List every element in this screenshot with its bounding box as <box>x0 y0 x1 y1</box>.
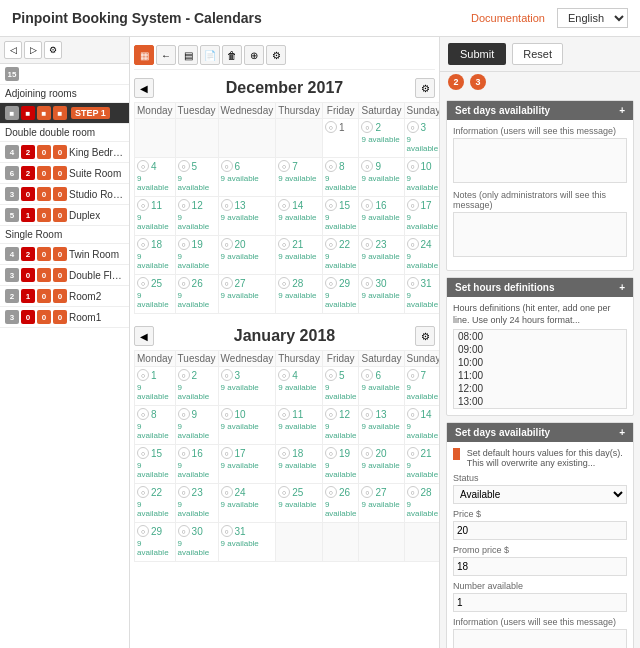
day-icon[interactable]: ○ <box>407 277 419 289</box>
table-row[interactable]: ○139 available <box>359 406 404 445</box>
table-row[interactable]: ○309 available <box>359 275 404 314</box>
day-icon[interactable]: ○ <box>221 408 233 420</box>
table-row[interactable]: ○49 available <box>135 158 176 197</box>
table-row[interactable]: ○129 available <box>322 406 359 445</box>
table-row[interactable]: ○179 available <box>218 445 276 484</box>
doc-link[interactable]: Documentation <box>471 12 545 24</box>
day-icon[interactable]: ○ <box>178 199 190 211</box>
day-icon[interactable]: ○ <box>178 447 190 459</box>
table-row[interactable]: ○49 available <box>276 367 323 406</box>
table-row[interactable]: ○299 available <box>322 275 359 314</box>
day-icon[interactable]: ○ <box>137 408 149 420</box>
day-icon[interactable]: ○ <box>278 408 290 420</box>
section-toggle-2[interactable]: + <box>619 282 625 293</box>
day-icon[interactable]: ○ <box>278 277 290 289</box>
day-icon[interactable]: ○ <box>325 277 337 289</box>
price-input[interactable] <box>453 521 627 540</box>
day-icon[interactable]: ○ <box>278 486 290 498</box>
table-row[interactable] <box>175 119 218 158</box>
table-row[interactable]: ○239 available <box>359 236 404 275</box>
number-input[interactable] <box>453 593 627 612</box>
day-icon[interactable]: ○ <box>221 525 233 537</box>
day-icon[interactable]: ○ <box>137 277 149 289</box>
day-icon[interactable]: ○ <box>325 408 337 420</box>
table-row[interactable]: ○209 available <box>218 236 276 275</box>
day-icon[interactable]: ○ <box>325 199 337 211</box>
day-icon[interactable]: ○ <box>178 408 190 420</box>
table-row[interactable]: ○319 available <box>218 523 276 562</box>
table-row[interactable]: ○109 available <box>218 406 276 445</box>
notes-textarea-1[interactable] <box>453 212 627 257</box>
room-group-header[interactable]: 15 <box>0 64 129 85</box>
day-icon[interactable]: ○ <box>278 447 290 459</box>
table-row[interactable]: ○179 available <box>404 197 440 236</box>
day-icon[interactable]: ○ <box>407 447 419 459</box>
day-icon[interactable]: ○ <box>221 369 233 381</box>
table-row[interactable]: ○39 available <box>218 367 276 406</box>
next-month-btn[interactable]: ⚙ <box>415 78 435 98</box>
table-row[interactable]: ○219 available <box>404 445 440 484</box>
table-row[interactable] <box>218 119 276 158</box>
sidebar-btn-1[interactable]: ◁ <box>4 41 22 59</box>
day-icon[interactable]: ○ <box>137 238 149 250</box>
day-icon[interactable]: ○ <box>361 238 373 250</box>
list-item-double-double[interactable]: ■ ■ ■ ■ STEP 1 <box>0 103 129 124</box>
day-icon[interactable]: ○ <box>137 160 149 172</box>
table-row[interactable]: ○289 available <box>404 484 440 523</box>
table-row[interactable]: ○1 <box>322 119 359 158</box>
table-row[interactable] <box>135 119 176 158</box>
language-select[interactable]: English <box>557 8 628 28</box>
day-icon[interactable]: ○ <box>325 238 337 250</box>
day-icon[interactable]: ○ <box>407 238 419 250</box>
list-item-room2[interactable]: 2 1 0 0 Room2 <box>0 286 129 307</box>
table-row[interactable]: ○119 available <box>276 406 323 445</box>
day-icon[interactable]: ○ <box>137 447 149 459</box>
day-icon[interactable]: ○ <box>361 447 373 459</box>
table-row[interactable]: ○249 available <box>218 484 276 523</box>
info-textarea-1[interactable] <box>453 138 627 183</box>
table-row[interactable]: ○89 available <box>135 406 176 445</box>
table-row[interactable]: ○89 available <box>322 158 359 197</box>
day-icon[interactable]: ○ <box>221 447 233 459</box>
table-row[interactable]: ○59 available <box>175 158 218 197</box>
table-row[interactable]: ○319 available <box>404 275 440 314</box>
day-icon[interactable]: ○ <box>137 525 149 537</box>
table-row[interactable]: ○19 available <box>135 367 176 406</box>
table-row[interactable]: ○79 available <box>276 158 323 197</box>
day-icon[interactable]: ○ <box>178 238 190 250</box>
list-item-twin[interactable]: 4 2 0 0 Twin Room <box>0 244 129 265</box>
day-icon[interactable]: ○ <box>361 277 373 289</box>
day-icon[interactable]: ○ <box>137 199 149 211</box>
table-row[interactable] <box>404 523 440 562</box>
table-row[interactable]: ○79 available <box>404 367 440 406</box>
table-row[interactable]: ○199 available <box>322 445 359 484</box>
status-select[interactable]: Available Unavailable <box>453 485 627 504</box>
day-icon[interactable]: ○ <box>221 238 233 250</box>
day-icon[interactable]: ○ <box>361 369 373 381</box>
day-icon[interactable]: ○ <box>325 369 337 381</box>
day-icon[interactable]: ○ <box>325 160 337 172</box>
day-icon[interactable]: ○ <box>178 369 190 381</box>
day-icon[interactable]: ○ <box>325 121 337 133</box>
table-row[interactable]: ○209 available <box>359 445 404 484</box>
cal-btn-4[interactable]: 📄 <box>200 45 220 65</box>
day-icon[interactable]: ○ <box>137 486 149 498</box>
day-icon[interactable]: ○ <box>407 369 419 381</box>
day-icon[interactable]: ○ <box>278 369 290 381</box>
section-toggle-3[interactable]: + <box>619 427 625 438</box>
day-icon[interactable]: ○ <box>221 277 233 289</box>
day-icon[interactable]: ○ <box>407 121 419 133</box>
table-row[interactable] <box>322 523 359 562</box>
table-row[interactable]: ○259 available <box>276 484 323 523</box>
list-item-double-double-name[interactable]: Double double room <box>0 124 129 142</box>
table-row[interactable]: ○279 available <box>218 275 276 314</box>
day-icon[interactable]: ○ <box>178 160 190 172</box>
day-icon[interactable]: ○ <box>407 199 419 211</box>
list-item-suite[interactable]: 6 2 0 0 Suite Room <box>0 163 129 184</box>
prev-month-btn[interactable]: ◀ <box>134 78 154 98</box>
table-row[interactable]: ○289 available <box>276 275 323 314</box>
day-icon[interactable]: ○ <box>407 486 419 498</box>
table-row[interactable]: ○299 available <box>135 523 176 562</box>
day-icon[interactable]: ○ <box>361 160 373 172</box>
table-row[interactable] <box>276 523 323 562</box>
